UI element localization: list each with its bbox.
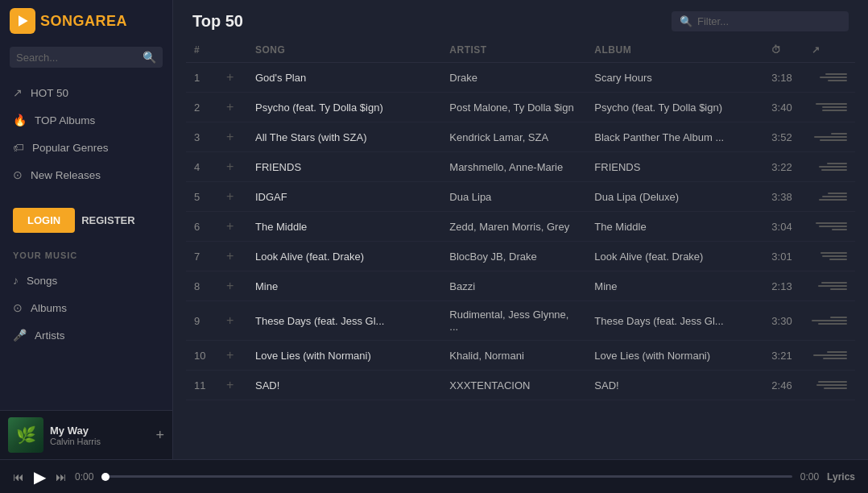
track-album: Love Lies (with Normani) — [586, 341, 763, 371]
track-artist: Bazzi — [441, 271, 586, 301]
trend-bar-visual — [812, 351, 847, 359]
sidebar-item-label: HOT 50 — [31, 87, 68, 99]
time-current: 0:00 — [75, 471, 93, 483]
add-track-icon[interactable]: + — [218, 93, 247, 122]
track-song: FRIENDS — [247, 152, 441, 182]
search-input[interactable] — [16, 52, 138, 64]
trend-bar-visual — [812, 163, 847, 171]
logo-icon — [10, 8, 35, 34]
table-row[interactable]: 11 + SAD! XXXTENTACION SAD! 2:46 — [186, 371, 855, 400]
sidebar-item-label: Popular Genres — [32, 142, 109, 154]
col-header-song: Song — [247, 38, 441, 63]
col-header-add — [218, 38, 247, 63]
track-rank: 8 — [186, 271, 218, 301]
track-time: 3:18 — [763, 63, 804, 93]
fire-icon: 🔥 — [13, 114, 27, 126]
track-artist: Marshmello, Anne-Marie — [441, 152, 586, 182]
table-row[interactable]: 4 + FRIENDS Marshmello, Anne-Marie FRIEN… — [186, 152, 855, 182]
add-track-icon[interactable]: + — [218, 212, 247, 242]
add-track-icon[interactable]: + — [218, 63, 247, 93]
track-song: God's Plan — [247, 63, 441, 93]
player-controls: ⏮ ▶ ⏭ — [13, 467, 67, 487]
track-album: These Days (feat. Jess Gl... — [586, 301, 763, 341]
add-to-playlist-icon[interactable]: + — [155, 427, 164, 444]
track-rank: 4 — [186, 152, 218, 182]
table-row[interactable]: 8 + Mine Bazzi Mine 2:13 — [186, 271, 855, 301]
track-album: SAD! — [586, 371, 763, 400]
sidebar-item-top-albums[interactable]: 🔥 TOP Albums — [0, 106, 172, 134]
now-playing-artist: Calvin Harris — [50, 437, 149, 446]
track-song: IDGAF — [247, 182, 441, 212]
next-button[interactable]: ⏭ — [56, 470, 67, 483]
login-button[interactable]: LOGIN — [13, 208, 75, 233]
trend-bar-visual — [812, 252, 847, 260]
track-trend — [804, 122, 855, 152]
col-header-trend: ↗ — [804, 38, 855, 63]
sidebar-item-artists[interactable]: 🎤 Artists — [0, 321, 172, 349]
track-artist: Rudimental, Jess Glynne, ... — [441, 301, 586, 341]
track-album: Black Panther The Album ... — [586, 122, 763, 152]
disc-icon: ⊙ — [13, 301, 23, 314]
sidebar-item-hot50[interactable]: ↗ HOT 50 — [0, 79, 172, 106]
track-artist: Khalid, Normani — [441, 341, 586, 371]
track-trend — [804, 152, 855, 182]
progress-bar[interactable] — [101, 475, 792, 478]
nav-section: ↗ HOT 50 🔥 TOP Albums 🏷 Popular Genres ⊙… — [0, 76, 172, 192]
prev-button[interactable]: ⏮ — [13, 470, 24, 483]
sidebar-item-popular-genres[interactable]: 🏷 Popular Genres — [0, 134, 172, 161]
sidebar-item-songs[interactable]: ♪ Songs — [0, 267, 172, 294]
track-song: The Middle — [247, 212, 441, 242]
track-rank: 2 — [186, 93, 218, 122]
search-area: 🔍 — [0, 42, 172, 76]
sidebar: SONGAREA 🔍 ↗ HOT 50 🔥 TOP Albums 🏷 Popul… — [0, 0, 173, 459]
register-button[interactable]: REGISTER — [81, 208, 134, 233]
table-row[interactable]: 6 + The Middle Zedd, Maren Morris, Grey … — [186, 212, 855, 242]
your-music-label: YOUR MUSIC — [0, 242, 172, 263]
auth-buttons: LOGIN REGISTER — [0, 198, 172, 242]
add-track-icon[interactable]: + — [218, 371, 247, 400]
filter-box: 🔍 — [672, 11, 849, 31]
now-playing-thumbnail: 🌿 — [8, 417, 43, 453]
now-playing-info: My Way Calvin Harris — [50, 425, 149, 446]
track-artist: Kendrick Lamar, SZA — [441, 122, 586, 152]
add-track-icon[interactable]: + — [218, 301, 247, 341]
track-trend — [804, 301, 855, 341]
track-song: These Days (feat. Jess Gl... — [247, 301, 441, 341]
add-track-icon[interactable]: + — [218, 152, 247, 182]
add-track-icon[interactable]: + — [218, 242, 247, 271]
table-row[interactable]: 7 + Look Alive (feat. Drake) BlocBoy JB,… — [186, 242, 855, 271]
sidebar-item-albums[interactable]: ⊙ Albums — [0, 294, 172, 321]
track-song: Mine — [247, 271, 441, 301]
table-row[interactable]: 5 + IDGAF Dua Lipa Dua Lipa (Deluxe) 3:3… — [186, 182, 855, 212]
lyrics-button[interactable]: Lyrics — [827, 471, 855, 483]
sidebar-item-label: Songs — [27, 275, 57, 287]
track-time: 3:52 — [763, 122, 804, 152]
filter-icon: 🔍 — [680, 15, 692, 27]
sidebar-item-new-releases[interactable]: ⊙ New Releases — [0, 161, 172, 188]
filter-input[interactable] — [697, 15, 841, 27]
play-button[interactable]: ▶ — [34, 467, 46, 487]
table-row[interactable]: 1 + God's Plan Drake Scary Hours 3:18 — [186, 63, 855, 93]
add-track-icon[interactable]: + — [218, 122, 247, 152]
add-track-icon[interactable]: + — [218, 271, 247, 301]
tracks-table-container: # Song Artist Album ⏱ ↗ 1 + God's Plan D… — [173, 38, 868, 459]
add-track-icon[interactable]: + — [218, 182, 247, 212]
trend-bar-visual — [812, 381, 847, 389]
sidebar-item-label: New Releases — [31, 169, 101, 181]
trend-bar-visual — [812, 133, 847, 141]
add-track-icon[interactable]: + — [218, 341, 247, 371]
table-row[interactable]: 10 + Love Lies (with Normani) Khalid, No… — [186, 341, 855, 371]
search-icon[interactable]: 🔍 — [143, 51, 156, 64]
table-row[interactable]: 9 + These Days (feat. Jess Gl... Rudimen… — [186, 301, 855, 341]
app-name: SONGAREA — [40, 13, 127, 30]
page-title: Top 50 — [192, 12, 243, 31]
now-playing-bar: 🌿 My Way Calvin Harris + — [0, 410, 172, 459]
track-time: 3:21 — [763, 341, 804, 371]
track-trend — [804, 242, 855, 271]
table-header-row: # Song Artist Album ⏱ ↗ — [186, 38, 855, 63]
table-row[interactable]: 2 + Psycho (feat. Ty Dolla $ign) Post Ma… — [186, 93, 855, 122]
track-time: 2:46 — [763, 371, 804, 400]
mic-icon: 🎤 — [13, 329, 27, 342]
sidebar-bottom — [0, 352, 172, 410]
table-row[interactable]: 3 + All The Stars (with SZA) Kendrick La… — [186, 122, 855, 152]
